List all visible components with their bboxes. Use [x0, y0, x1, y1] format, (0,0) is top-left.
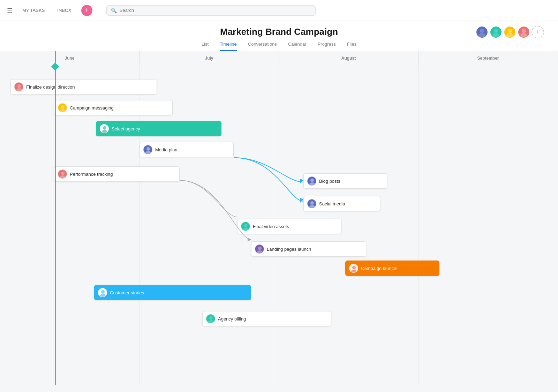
task-campaign-launch[interactable]: Campaign launch! — [345, 261, 439, 276]
svg-point-33 — [209, 316, 213, 320]
month-august: August — [279, 51, 418, 65]
task-landing-pages-launch[interactable]: Landing pages launch — [251, 241, 366, 257]
add-member-button[interactable]: + — [531, 26, 544, 38]
avatar-customer-stories — [98, 288, 107, 297]
svg-point-22 — [309, 182, 315, 186]
task-label-campaign-messaging: Campaign messaging — [70, 105, 114, 111]
tab-progress[interactable]: Progress — [318, 42, 336, 51]
svg-point-13 — [61, 105, 65, 109]
task-label-blog-posts: Blog posts — [319, 179, 340, 184]
tab-conversations[interactable]: Conversations — [248, 42, 277, 51]
avatar-landing-pages-launch — [255, 244, 264, 254]
vline-july — [279, 51, 279, 385]
avatar-campaign-launch — [349, 264, 358, 273]
svg-point-5 — [506, 33, 513, 37]
task-label-customer-stories: Customer stories — [110, 290, 144, 295]
svg-point-7 — [520, 33, 527, 37]
task-agency-billing[interactable]: Agency billing — [202, 311, 331, 326]
add-button[interactable]: + — [81, 5, 92, 16]
tab-calendar[interactable]: Calendar — [288, 42, 307, 51]
current-time-marker — [55, 51, 56, 385]
svg-point-11 — [17, 84, 21, 88]
svg-point-4 — [508, 29, 512, 33]
svg-point-19 — [61, 172, 65, 175]
task-customer-stories[interactable]: Customer stories — [94, 285, 251, 300]
svg-point-3 — [492, 33, 499, 37]
avatar-2[interactable] — [490, 26, 502, 38]
svg-point-20 — [60, 175, 66, 179]
month-june: June — [0, 51, 140, 65]
month-september: September — [418, 51, 558, 65]
avatar-social-media — [307, 199, 316, 208]
task-media-plan[interactable]: Media plan — [140, 142, 234, 157]
svg-marker-10 — [248, 238, 251, 242]
avatar-final-video-assets — [241, 222, 250, 231]
svg-point-1 — [478, 33, 485, 37]
search-input[interactable] — [120, 8, 311, 13]
svg-point-14 — [60, 109, 66, 112]
timeline-container: June July August September Finalize desi… — [0, 51, 558, 385]
avatar-blog-posts — [307, 176, 316, 186]
task-label-media-plan: Media plan — [155, 147, 178, 152]
svg-point-34 — [208, 320, 214, 323]
inbox-link[interactable]: INBOX — [54, 6, 74, 14]
avatar-media-plan — [143, 145, 152, 154]
avatar-4[interactable] — [518, 26, 530, 38]
svg-point-16 — [102, 130, 107, 133]
svg-point-0 — [480, 29, 484, 33]
svg-marker-8 — [300, 179, 303, 184]
avatar-finalize-design — [14, 82, 23, 91]
task-label-social-media: Social media — [319, 201, 345, 206]
svg-point-18 — [145, 151, 151, 154]
task-select-agency[interactable]: Select agency — [96, 121, 221, 136]
svg-marker-9 — [300, 198, 303, 203]
avatar-select-agency — [100, 124, 109, 133]
task-label-select-agency: Select agency — [112, 126, 140, 131]
task-finalize-design[interactable]: Finalize design direction — [10, 79, 157, 95]
avatars-header: + — [476, 26, 544, 38]
hamburger-icon[interactable]: ☰ — [7, 7, 13, 14]
avatar-campaign-messaging — [58, 103, 67, 112]
avatar-3[interactable] — [504, 26, 516, 38]
task-label-agency-billing: Agency billing — [218, 316, 246, 322]
task-final-video-assets[interactable]: Final video assets — [237, 219, 342, 234]
svg-point-23 — [310, 201, 314, 205]
month-july: July — [140, 51, 279, 65]
svg-point-31 — [101, 290, 105, 294]
tab-list[interactable]: List — [202, 42, 209, 51]
svg-point-26 — [243, 228, 249, 231]
tab-files[interactable]: Files — [347, 42, 356, 51]
svg-point-17 — [146, 147, 150, 151]
svg-point-32 — [100, 294, 106, 297]
task-label-performance-tracking: Performance tracking — [70, 172, 113, 177]
svg-point-21 — [310, 179, 314, 182]
avatar-1[interactable] — [476, 26, 488, 38]
my-tasks-link[interactable]: MY TASKS — [20, 6, 47, 14]
project-header: Marketing Brand Campaign + List Timeline… — [0, 21, 558, 51]
svg-point-27 — [258, 247, 262, 250]
avatar-agency-billing — [206, 314, 215, 323]
task-label-final-video-assets: Final video assets — [253, 224, 289, 229]
svg-point-12 — [16, 88, 22, 91]
svg-point-28 — [257, 250, 263, 254]
vline-august — [418, 51, 419, 385]
project-tabs: List Timeline Conversations Calendar Pro… — [0, 42, 558, 51]
svg-point-6 — [522, 29, 526, 33]
task-label-campaign-launch: Campaign launch! — [361, 266, 398, 271]
svg-point-25 — [244, 224, 248, 227]
task-label-finalize-design: Finalize design direction — [26, 84, 75, 90]
svg-point-30 — [351, 270, 357, 273]
tab-timeline[interactable]: Timeline — [220, 42, 237, 51]
task-social-media[interactable]: Social media — [303, 196, 380, 211]
svg-point-2 — [494, 29, 498, 33]
avatar-performance-tracking — [58, 169, 67, 179]
task-performance-tracking[interactable]: Performance tracking — [54, 166, 180, 182]
search-icon: 🔍 — [111, 8, 117, 13]
task-blog-posts[interactable]: Blog posts — [303, 173, 387, 189]
project-title: Marketing Brand Campaign — [0, 27, 558, 37]
svg-point-15 — [103, 126, 106, 130]
svg-point-24 — [309, 205, 315, 208]
task-campaign-messaging[interactable]: Campaign messaging — [54, 100, 173, 115]
search-bar: 🔍 — [106, 5, 316, 16]
task-label-landing-pages-launch: Landing pages launch — [267, 247, 311, 252]
